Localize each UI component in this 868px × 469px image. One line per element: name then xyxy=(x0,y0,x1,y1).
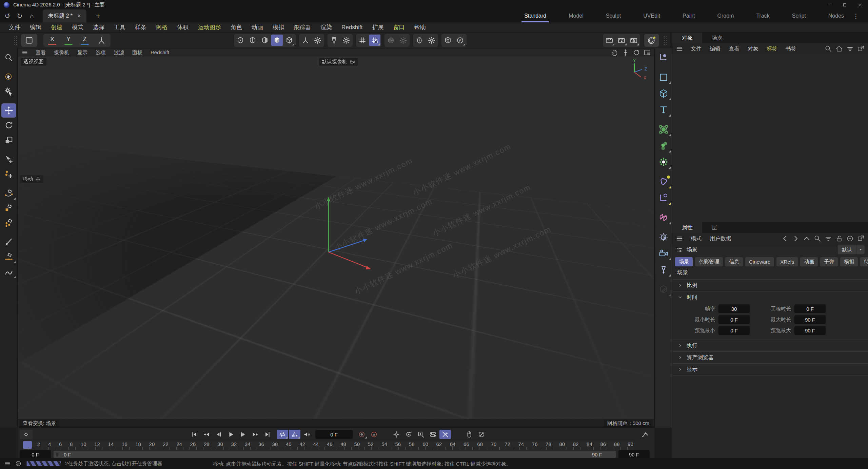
panel-tab-层[interactable]: 层 xyxy=(702,222,727,233)
redshift-renderer-button[interactable] xyxy=(644,34,659,47)
commander-search-tool[interactable] xyxy=(1,50,16,65)
home-button[interactable]: ⌂ xyxy=(26,11,38,21)
attribute-menu-icon[interactable] xyxy=(676,235,683,242)
redo-button[interactable]: ↻ xyxy=(14,11,26,21)
layout-tab-paint[interactable]: Paint xyxy=(682,11,695,21)
spline-smooth-tool[interactable] xyxy=(1,250,16,264)
polygon-pen-tool[interactable] xyxy=(1,216,16,230)
up-icon[interactable] xyxy=(803,235,810,242)
cube-primitive[interactable] xyxy=(656,86,671,101)
menu-文件[interactable]: 文件 xyxy=(4,22,25,33)
render-settings-button[interactable] xyxy=(628,35,639,46)
next-key-button[interactable] xyxy=(250,430,261,439)
toolbar-grip[interactable] xyxy=(14,35,18,45)
close-tab-icon[interactable]: × xyxy=(77,12,81,20)
spline-rectangle[interactable] xyxy=(656,70,671,85)
symmetry-settings-button[interactable] xyxy=(426,35,437,46)
section-header-时间[interactable]: 时间 xyxy=(672,291,868,303)
object-list-empty[interactable] xyxy=(672,54,868,223)
add-keyframe-button[interactable] xyxy=(20,430,33,439)
render-picture-viewer-button[interactable] xyxy=(616,35,627,46)
menu-角色[interactable]: 角色 xyxy=(226,22,247,33)
back-icon[interactable] xyxy=(781,235,789,242)
key-psr-filter-button[interactable] xyxy=(439,430,451,439)
axis-settings-button[interactable] xyxy=(312,35,323,46)
array-generator[interactable] xyxy=(656,138,671,153)
multi-move-tool[interactable] xyxy=(1,167,16,181)
field-帧率[interactable]: 30 xyxy=(718,304,750,313)
filter-icon[interactable] xyxy=(846,45,854,53)
menu-窗口[interactable]: 窗口 xyxy=(388,22,409,33)
forward-icon[interactable] xyxy=(792,235,800,242)
layout-tab-track[interactable]: Track xyxy=(755,11,770,21)
maximize-button[interactable] xyxy=(837,0,852,9)
viewport-menu-摄像机[interactable]: 摄像机 xyxy=(50,49,73,56)
menu-模式[interactable]: 模式 xyxy=(67,22,88,33)
layout-tab-sculpt[interactable]: Sculpt xyxy=(605,11,622,21)
render-view-button[interactable] xyxy=(604,35,615,46)
attr-chip-信息[interactable]: 信息 xyxy=(725,257,743,266)
viewport-menu-显示[interactable]: 显示 xyxy=(73,49,92,56)
light-object[interactable] xyxy=(656,262,671,277)
close-button[interactable] xyxy=(852,0,868,9)
open-new-icon[interactable] xyxy=(857,235,865,242)
field-预览最大[interactable]: 90 F xyxy=(794,326,826,335)
axis-lock-y[interactable]: Y xyxy=(61,35,76,46)
select-move-tool[interactable] xyxy=(1,152,16,166)
rotate-tool[interactable] xyxy=(1,118,16,132)
field-工程时长[interactable]: 0 F xyxy=(794,304,826,313)
attr-chip-场景[interactable]: 场景 xyxy=(675,257,693,266)
quantize-button[interactable] xyxy=(357,35,368,46)
show-fcurve-button[interactable] xyxy=(639,430,651,439)
om-menu-编辑[interactable]: 编辑 xyxy=(706,45,725,53)
menu-模拟[interactable]: 模拟 xyxy=(268,22,289,33)
section-header-显示[interactable]: 显示 xyxy=(672,364,868,375)
section-header-执行[interactable]: 执行 xyxy=(672,340,868,351)
instance[interactable] xyxy=(656,210,671,225)
menu-扩展[interactable]: 扩展 xyxy=(367,22,388,33)
undo-button[interactable]: ↺ xyxy=(1,11,14,21)
coordinate-system-button[interactable] xyxy=(94,35,109,46)
field-最大时长[interactable]: 90 F xyxy=(794,315,826,324)
attr-chip-子弹[interactable]: 子弹 xyxy=(820,257,838,266)
attr-chip-Cineware[interactable]: Cineware xyxy=(745,257,774,266)
viewport-menu-Redshift[interactable]: Redshift xyxy=(146,49,173,56)
search-icon[interactable] xyxy=(825,45,832,53)
layout-overflow-icon[interactable]: ⋮ xyxy=(853,12,859,20)
live-selection-tool[interactable] xyxy=(1,69,16,84)
attr-chip-待办事项[interactable]: 待办事项 xyxy=(860,257,868,266)
minimize-button[interactable] xyxy=(821,0,837,9)
autokey-toggle-button[interactable]: A xyxy=(368,430,380,439)
om-menu-文件[interactable]: 文件 xyxy=(687,45,706,53)
document-tab[interactable]: 未标题 2 * × xyxy=(43,9,86,22)
axis-lock-x[interactable]: X xyxy=(45,35,60,46)
model-mode-button[interactable] xyxy=(271,35,283,46)
menu-Redshift[interactable]: Redshift xyxy=(337,22,367,33)
menu-动画[interactable]: 动画 xyxy=(247,22,268,33)
layout-tab-nodes[interactable]: Nodes xyxy=(828,11,845,21)
range-start-field[interactable]: 0 F xyxy=(20,450,51,459)
home-icon[interactable] xyxy=(835,45,843,53)
play-button[interactable] xyxy=(225,430,237,439)
brush-record-button[interactable] xyxy=(476,430,487,439)
new-tab-button[interactable]: + xyxy=(92,11,104,21)
effector[interactable] xyxy=(656,155,671,169)
snap-button[interactable] xyxy=(328,35,340,46)
target-icon[interactable] xyxy=(846,235,854,242)
move-tool[interactable] xyxy=(1,103,16,118)
pen-point-tool[interactable] xyxy=(1,201,16,215)
points-mode-button[interactable] xyxy=(235,35,246,46)
edges-mode-button[interactable] xyxy=(247,35,258,46)
scale-tool[interactable] xyxy=(1,133,16,147)
layout-tab-uvedit[interactable]: UVEdit xyxy=(643,11,661,21)
axis-tool-button[interactable] xyxy=(300,35,311,46)
workplane-lock-button[interactable] xyxy=(369,35,380,46)
attr-chip-动画[interactable]: 动画 xyxy=(800,257,818,266)
status-menu-icon[interactable] xyxy=(4,460,11,467)
symmetry-button[interactable] xyxy=(414,35,425,46)
snap-target-button[interactable] xyxy=(442,35,454,46)
range-end-field[interactable]: 90 F xyxy=(618,450,650,459)
task-check-icon[interactable] xyxy=(15,460,22,467)
viewport-canvas[interactable]: 小小软件迷 www.xxrjm.com小小软件迷 www.xxrjm.com小小… xyxy=(18,57,654,419)
menu-工具[interactable]: 工具 xyxy=(109,22,130,33)
